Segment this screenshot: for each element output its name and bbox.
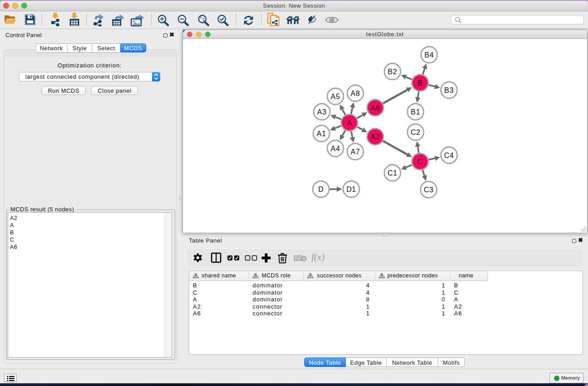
svg-text:A2: A2 xyxy=(371,133,380,141)
svg-text:A7: A7 xyxy=(351,148,360,156)
svg-text:B4: B4 xyxy=(425,51,434,59)
svg-text:A: A xyxy=(347,119,352,127)
svg-text:C3: C3 xyxy=(424,186,434,194)
svg-text:A8: A8 xyxy=(351,90,360,97)
svg-text:C1: C1 xyxy=(387,169,397,177)
svg-text:B2: B2 xyxy=(388,68,397,76)
svg-text:B1: B1 xyxy=(411,108,421,116)
svg-text:A3: A3 xyxy=(317,108,327,116)
svg-text:D: D xyxy=(318,186,324,193)
svg-text:A1: A1 xyxy=(317,130,326,138)
svg-text:B3: B3 xyxy=(445,86,454,94)
svg-text:B: B xyxy=(417,79,422,87)
svg-text:A6: A6 xyxy=(371,104,380,112)
svg-text:C4: C4 xyxy=(444,152,454,159)
svg-text:D1: D1 xyxy=(346,186,356,193)
svg-text:A4: A4 xyxy=(331,145,340,152)
svg-text:A5: A5 xyxy=(331,93,340,100)
svg-text:C: C xyxy=(417,158,423,166)
svg-text:C2: C2 xyxy=(411,129,421,136)
